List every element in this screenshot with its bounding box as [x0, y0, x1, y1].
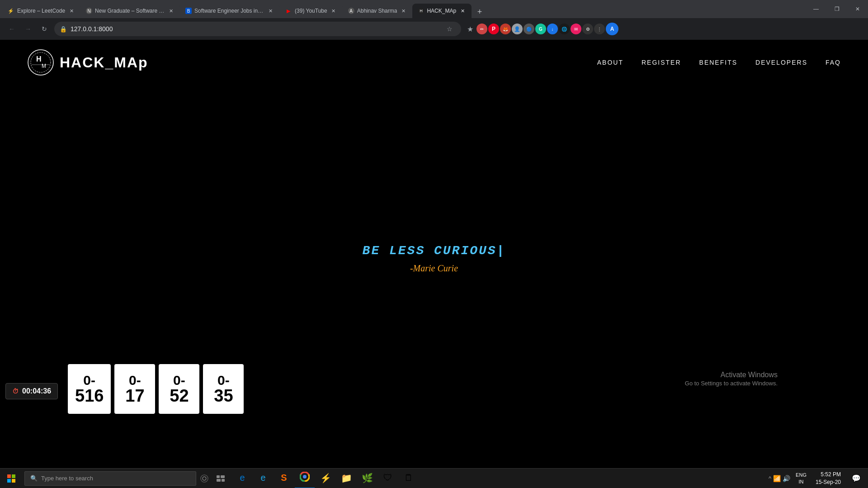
svg-text:H: H	[36, 55, 42, 63]
tray-chevron[interactable]: ^	[769, 475, 771, 482]
nav-benefits[interactable]: BENEFITS	[699, 59, 737, 66]
maximize-button[interactable]: ❐	[826, 2, 847, 16]
quote-text: BE LESS CURIOUS|	[363, 244, 506, 258]
language-indicator[interactable]: ENG IN	[794, 472, 808, 485]
tab-youtube[interactable]: ▶ (39) YouTube ✕	[279, 4, 343, 18]
taskbar-apps: e e S	[232, 469, 419, 488]
tab-jobs[interactable]: B Software Engineer Jobs in In... ✕	[180, 4, 279, 18]
svg-rect-5	[7, 474, 11, 478]
clock-time: 5:52 PM	[816, 471, 841, 479]
forward-button[interactable]: →	[22, 23, 34, 35]
svg-rect-12	[221, 475, 225, 478]
ext3-icon[interactable]: 🦊	[500, 24, 511, 34]
tab-close-newgrad[interactable]: ✕	[167, 7, 175, 14]
taskbar-app-flashget[interactable]: ⚡	[316, 469, 335, 488]
svg-rect-8	[12, 479, 15, 483]
search-icon: 🔍	[30, 475, 38, 482]
tab-leetcode[interactable]: ⚡ Explore – LeetCode ✕	[2, 4, 80, 18]
new-tab-button[interactable]: +	[473, 5, 486, 18]
countdown-section: 0- 516 0- 17 0- 52 0- 35	[68, 364, 244, 414]
app9-icon: 🗒	[404, 473, 413, 483]
task-view-button[interactable]	[212, 469, 229, 488]
taskbar-search[interactable]: 🔍 Type here to search	[24, 471, 196, 486]
clock-date: 15-Sep-20	[816, 479, 841, 486]
taskbar-app-sublime[interactable]: S	[274, 469, 294, 488]
svg-rect-13	[217, 479, 221, 482]
svg-point-10	[203, 477, 206, 480]
taskbar-app-edge[interactable]: e	[232, 469, 252, 488]
tab-close-hackmap[interactable]: ✕	[459, 7, 466, 14]
lang-eng: ENG	[796, 472, 807, 478]
browser-toolbar: ★ ✏ P 🦊 👤 🔵 G ↓ 🌐 ✉ ⚙ ⋮ A	[465, 23, 618, 35]
bookmark-star-icon[interactable]: ★	[465, 24, 476, 34]
activate-title: Activate Windows	[685, 371, 778, 379]
nav-faq[interactable]: FAQ	[826, 59, 841, 66]
address-text: 127.0.0.1:8000	[71, 25, 439, 33]
tab-label: Explore – LeetCode	[17, 8, 65, 14]
ext7-icon[interactable]: ✉	[571, 24, 581, 34]
nav-register[interactable]: REGISTER	[642, 59, 681, 66]
tray-wifi-icon[interactable]: 📶	[773, 475, 781, 482]
taskbar-app-chrome[interactable]	[295, 469, 315, 488]
svg-rect-11	[217, 475, 220, 478]
taskbar-app-9[interactable]: 🗒	[399, 469, 419, 488]
bookmark-icon[interactable]: ☆	[443, 23, 456, 35]
tab-label: Abhinav Sharma	[357, 8, 397, 14]
tab-close-jobs[interactable]: ✕	[267, 7, 274, 14]
taskbar-app-ie[interactable]: e	[253, 469, 273, 488]
pinterest-icon[interactable]: P	[488, 24, 499, 34]
grammarly-icon[interactable]: G	[535, 24, 546, 34]
close-button[interactable]: ✕	[847, 2, 868, 16]
address-input[interactable]: 🔒 127.0.0.1:8000 ☆	[54, 22, 461, 36]
tab-bar: ⚡ Explore – LeetCode ✕ N New Graduate – …	[0, 0, 868, 18]
tab-label: Software Engineer Jobs in In...	[194, 8, 264, 14]
minimize-button[interactable]: —	[806, 2, 826, 16]
browser-window: ⚡ Explore – LeetCode ✕ N New Graduate – …	[0, 0, 868, 488]
tab-label: HACK_MAp	[427, 8, 456, 14]
ext5-icon[interactable]: ↓	[547, 24, 558, 34]
ext4-icon[interactable]: 🔵	[524, 24, 534, 34]
tray-volume-icon[interactable]: 🔊	[783, 475, 790, 482]
svg-rect-6	[12, 474, 15, 478]
taskbar-app-7[interactable]: 🌿	[357, 469, 377, 488]
cortana-button[interactable]	[196, 469, 212, 488]
start-button[interactable]	[0, 469, 23, 488]
lock-icon: 🔒	[60, 26, 67, 33]
notification-button[interactable]: 💬	[848, 469, 864, 488]
tab-favicon-leetcode: ⚡	[7, 7, 14, 14]
app7-icon: 🌿	[362, 473, 373, 483]
extensions-btn[interactable]: ⋮	[594, 24, 605, 34]
tab-close-youtube[interactable]: ✕	[330, 7, 337, 14]
profile-icon[interactable]: 👤	[512, 24, 523, 34]
taskbar-app-8[interactable]: 🛡	[378, 469, 398, 488]
quote-author: -Marie Curie	[363, 263, 506, 274]
nav-developers[interactable]: DEVELOPERS	[755, 59, 807, 66]
logo-area[interactable]: H M HACK_MAp	[27, 49, 148, 76]
reload-button[interactable]: ↻	[38, 23, 51, 35]
taskbar-app-fileexplorer[interactable]: 📁	[336, 469, 356, 488]
search-placeholder: Type here to search	[41, 475, 93, 482]
clock[interactable]: 5:52 PM 15-Sep-20	[812, 471, 844, 486]
ext6-icon[interactable]: 🌐	[559, 24, 570, 34]
tab-label: (39) YouTube	[295, 8, 327, 14]
back-button[interactable]: ←	[5, 23, 18, 35]
tab-newgrad[interactable]: N New Graduate – Software De... ✕	[80, 4, 180, 18]
tab-close-leetcode[interactable]: ✕	[68, 7, 75, 14]
ext8-icon[interactable]: ⚙	[582, 24, 593, 34]
extension-edit-icon[interactable]: ✏	[476, 24, 487, 34]
chrome-icon	[300, 472, 310, 484]
logo-icon: H M	[27, 49, 54, 76]
timer-widget[interactable]: ⏱ 00:04:36	[5, 383, 58, 399]
nav-about[interactable]: ABOUT	[597, 59, 623, 66]
tab-close-abhinav[interactable]: ✕	[400, 7, 407, 14]
tab-abhinav[interactable]: A Abhinav Sharma ✕	[343, 4, 413, 18]
app8-icon: 🛡	[383, 473, 392, 483]
tab-favicon-youtube: ▶	[285, 7, 292, 14]
activate-subtitle: Go to Settings to activate Windows.	[685, 380, 778, 387]
countdown-card-2: 0- 17	[114, 364, 155, 414]
nav-links: ABOUT REGISTER BENEFITS DEVELOPERS FAQ	[597, 59, 841, 66]
svg-rect-7	[7, 479, 11, 483]
user-profile-icon[interactable]: A	[606, 23, 618, 35]
tab-hackmap[interactable]: H HACK_MAp ✕	[412, 4, 472, 18]
countdown-bottom-3: 52	[170, 387, 189, 404]
